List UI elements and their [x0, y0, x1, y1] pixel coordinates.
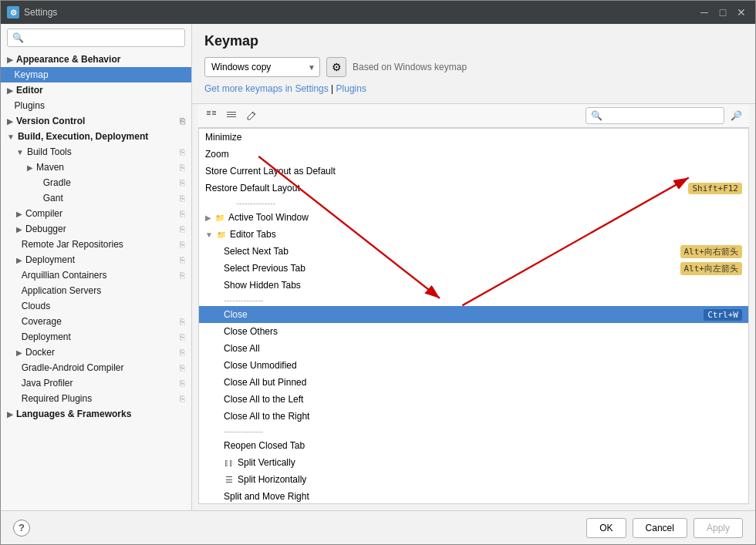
sidebar-item-gradle[interactable]: Gradle ⎘	[1, 175, 191, 190]
list-item-reopen[interactable]: Reopen Closed Tab	[199, 437, 748, 454]
footer-left: ?	[13, 520, 30, 537]
list-item-active-tool[interactable]: ▶ 📁 Active Tool Window	[199, 209, 748, 226]
expand-all-button[interactable]	[203, 107, 220, 124]
item-label: Store Current Layout as Default	[205, 166, 742, 177]
item-label: Close	[224, 309, 704, 320]
sidebar-item-java-profiler[interactable]: Java Profiler ⎘	[1, 375, 191, 391]
keymap-search-input[interactable]	[586, 107, 724, 124]
arrow-icon	[38, 194, 40, 203]
sidebar-item-version-control[interactable]: ▶ Version Control ⎘	[1, 113, 191, 129]
copy-icon: ⎘	[180, 317, 185, 326]
sidebar-item-coverage[interactable]: Coverage ⎘	[1, 314, 191, 329]
keymap-select[interactable]: Windows copy	[204, 57, 320, 77]
sidebar-item-editor[interactable]: ▶ Editor	[1, 82, 191, 98]
sidebar-item-gant[interactable]: Gant ⎘	[1, 190, 191, 206]
list-item-show-hidden[interactable]: Show Hidden Tabs	[199, 277, 748, 294]
sidebar-item-debugger[interactable]: ▶ Debugger ⎘	[1, 221, 191, 237]
list-item[interactable]: Restore Default Layout Shift+F12	[199, 180, 748, 197]
folder-icon: 📁	[216, 229, 227, 240]
sidebar-item-required-plugins[interactable]: Required Plugins ⎘	[1, 391, 191, 406]
sidebar-item-maven[interactable]: ▶ Maven ⎘	[1, 160, 191, 175]
window-controls: ─ □ ✕	[697, 5, 749, 20]
search-options-button[interactable]: 🔎	[727, 107, 744, 124]
close-button[interactable]: ✕	[734, 5, 749, 20]
list-item-split-h[interactable]: ☰ Split Horizontally	[199, 471, 748, 488]
arrow-icon: ▶	[16, 210, 22, 218]
copy-icon: ⎘	[180, 147, 185, 156]
list-item-close-others[interactable]: Close Others	[199, 323, 748, 340]
sidebar-item-label: Deployment	[22, 331, 71, 342]
sidebar-item-deployment2[interactable]: Deployment ⎘	[1, 329, 191, 345]
sidebar-item-build-tools[interactable]: ▼ Build Tools ⎘	[1, 144, 191, 160]
list-item-editor-tabs[interactable]: ▼ 📁 Editor Tabs	[199, 226, 748, 243]
sidebar-item-plugins[interactable]: Plugins	[1, 98, 191, 113]
minimize-button[interactable]: ─	[697, 5, 712, 20]
sidebar-item-label: Languages & Frameworks	[16, 409, 131, 419]
list-item-close-all-left[interactable]: Close All to the Left	[199, 391, 748, 408]
sidebar-item-build-execution[interactable]: ▼ Build, Execution, Deployment	[1, 129, 191, 144]
arrow-icon	[16, 287, 19, 295]
page-title: Keymap	[204, 33, 743, 49]
apply-button[interactable]: Apply	[694, 518, 743, 538]
item-label: Show Hidden Tabs	[224, 280, 742, 291]
sidebar-item-label: Compiler	[25, 208, 62, 219]
list-item[interactable]: Select Next Tab Alt+向右箭头	[199, 243, 748, 260]
item-label: Minimize	[205, 132, 742, 143]
copy-icon: ⎘	[180, 348, 185, 357]
svg-rect-0	[207, 111, 211, 112]
list-separator: --------------	[199, 294, 748, 306]
arrow-icon: ▶	[27, 163, 33, 172]
edit-button[interactable]	[243, 107, 260, 124]
sidebar-item-clouds[interactable]: Clouds	[1, 298, 191, 314]
help-button[interactable]: ?	[13, 520, 30, 537]
sidebar-item-keymap[interactable]: Keymap	[1, 67, 191, 82]
list-item-close[interactable]: Close Ctrl+W	[199, 306, 748, 323]
sidebar-item-docker[interactable]: ▶ Docker ⎘	[1, 345, 191, 360]
toolbar: 🔎	[198, 104, 749, 128]
item-label: Close All to the Left	[224, 394, 742, 405]
item-label: Restore Default Layout	[205, 183, 688, 193]
list-item[interactable]: Zoom	[199, 146, 748, 163]
sidebar-item-arquillian[interactable]: Arquillian Containers ⎘	[1, 267, 191, 283]
sidebar-item-label: Maven	[36, 162, 64, 173]
arrow-icon	[16, 241, 19, 249]
sidebar-item-gradle-android[interactable]: Gradle-Android Compiler ⎘	[1, 360, 191, 375]
sidebar-item-label: Gant	[43, 193, 63, 204]
list-item[interactable]: Store Current Layout as Default	[199, 163, 748, 180]
list-item-split-v[interactable]: ⫿⫿ Split Vertically	[199, 454, 748, 471]
list-item[interactable]: Minimize	[199, 129, 748, 146]
list-item-close-unmodified[interactable]: Close Unmodified	[199, 357, 748, 374]
item-label: Split and Move Right	[224, 491, 742, 502]
arrow-icon: ▶	[7, 56, 13, 64]
sidebar-item-app-servers[interactable]: Application Servers	[1, 283, 191, 298]
list-item-close-all[interactable]: Close All	[199, 340, 748, 357]
item-label: Close Unmodified	[224, 360, 742, 371]
main-panel: Keymap Windows copy ▼ ⚙ Based on Windows…	[192, 24, 755, 510]
get-more-keymaps-link[interactable]: Get more keymaps in Settings	[204, 83, 329, 94]
maximize-button[interactable]: □	[715, 5, 731, 20]
sidebar-item-deployment[interactable]: ▶ Deployment ⎘	[1, 252, 191, 267]
sidebar-item-label: Editor	[16, 85, 43, 96]
sidebar-item-languages[interactable]: ▶ Languages & Frameworks	[1, 406, 191, 422]
ok-button[interactable]: OK	[586, 518, 626, 538]
list-item[interactable]: Select Previous Tab Alt+向左箭头	[199, 260, 748, 277]
plugins-link[interactable]: Plugins	[336, 83, 366, 94]
window-title: Settings	[24, 7, 57, 18]
item-label: Active Tool Window	[228, 212, 742, 223]
svg-rect-5	[212, 114, 216, 115]
sidebar-item-label: Docker	[25, 347, 55, 358]
collapse-all-icon	[226, 110, 237, 121]
sidebar-item-compiler[interactable]: ▶ Compiler ⎘	[1, 206, 191, 221]
gear-button[interactable]: ⚙	[326, 57, 346, 77]
list-item-close-all-pinned[interactable]: Close All but Pinned	[199, 374, 748, 391]
cancel-button[interactable]: Cancel	[633, 518, 687, 538]
sidebar-item-appearance[interactable]: ▶ Appearance & Behavior	[1, 52, 191, 67]
sidebar-item-remote-jar[interactable]: Remote Jar Repositories ⎘	[1, 237, 191, 252]
list-item-close-all-right[interactable]: Close All to the Right	[199, 408, 748, 425]
list-separator: --------------	[199, 197, 748, 209]
sidebar-search-input[interactable]	[7, 29, 185, 47]
svg-rect-4	[212, 113, 216, 113]
list-item-split-move-right[interactable]: Split and Move Right	[199, 488, 748, 504]
svg-rect-7	[227, 114, 236, 115]
collapse-all-button[interactable]	[223, 107, 240, 124]
